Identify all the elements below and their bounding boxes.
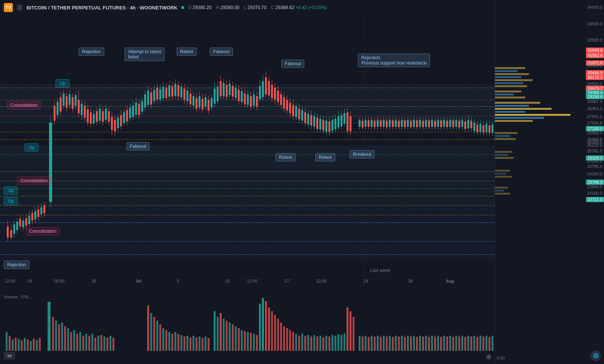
svg-rect-448 — [334, 336, 336, 351]
x-label-aug: Aug — [446, 279, 454, 283]
svg-rect-497 — [485, 336, 487, 351]
svg-rect-406 — [205, 336, 206, 351]
annotation-up1: Up — [55, 79, 69, 88]
svg-rect-399 — [183, 336, 185, 351]
svg-rect-385 — [109, 336, 111, 351]
annotation-up2: Up — [25, 143, 39, 152]
x-label-1200: 12:00 — [5, 279, 15, 283]
price-33500: 33500.0 — [587, 22, 602, 26]
svg-rect-481 — [437, 336, 439, 351]
svg-rect-424 — [262, 298, 264, 351]
annotation-up4: Up — [4, 197, 18, 205]
svg-rect-405 — [202, 338, 203, 351]
svg-rect-487 — [455, 336, 457, 351]
svg-rect-384 — [106, 338, 108, 351]
svg-rect-403 — [196, 338, 197, 351]
svg-rect-523 — [495, 193, 510, 195]
price-23100: 23100.0 — [587, 191, 602, 195]
svg-rect-469 — [401, 336, 403, 351]
svg-rect-433 — [289, 330, 291, 351]
x-label-0800: 08:00 — [54, 279, 65, 283]
svg-rect-417 — [241, 330, 243, 351]
svg-rect-443 — [319, 336, 321, 351]
svg-rect-355 — [12, 339, 14, 351]
svg-rect-475 — [419, 336, 421, 351]
svg-rect-437 — [301, 334, 303, 351]
chart-container[interactable]: Up Rejection Attempt to retestfailed Ret… — [0, 0, 495, 364]
price-26900: 26900.0 — [587, 131, 602, 135]
svg-rect-508 — [495, 120, 533, 122]
zoom-controls[interactable]: ⊕ — [486, 353, 492, 361]
svg-rect-524 — [495, 67, 525, 69]
svg-rect-369 — [61, 323, 63, 351]
chart-area[interactable]: Up Rejection Attempt to retestfailed Ret… — [0, 15, 495, 287]
close-label: C — [271, 5, 274, 10]
svg-rect-502 — [495, 102, 540, 104]
svg-rect-477 — [425, 336, 427, 351]
svg-rect-478 — [428, 337, 430, 351]
svg-rect-505 — [495, 111, 525, 113]
svg-rect-488 — [458, 336, 460, 351]
svg-rect-359 — [24, 338, 26, 351]
open-label: O — [188, 5, 191, 10]
svg-rect-447 — [331, 335, 333, 351]
annotation-fakeout2: Fakeout — [126, 142, 149, 151]
annotation-retest2: Retest — [276, 153, 296, 161]
x-label-jul: Jul — [136, 279, 142, 283]
svg-rect-426 — [268, 307, 270, 351]
svg-rect-464 — [386, 336, 388, 351]
svg-rect-366 — [52, 317, 54, 351]
svg-rect-435 — [295, 334, 297, 351]
annotation-fakeout3: Fakeout — [281, 60, 304, 68]
svg-rect-503 — [495, 105, 529, 107]
svg-rect-382 — [100, 335, 102, 351]
svg-rect-356 — [15, 338, 17, 351]
svg-rect-457 — [365, 336, 367, 351]
price-28887: 28887.9 — [587, 99, 602, 104]
svg-rect-436 — [298, 336, 300, 351]
svg-rect-397 — [177, 334, 179, 351]
svg-rect-401 — [190, 338, 191, 351]
price-26125: 26125.0 — [587, 143, 602, 147]
price-24300: 24300.0 — [587, 172, 602, 176]
svg-rect-364 — [39, 338, 41, 351]
svg-rect-504 — [495, 108, 552, 110]
x-label-26: 26 — [92, 279, 96, 283]
svg-rect-358 — [21, 340, 23, 351]
version-badge: 2 — [17, 5, 23, 11]
svg-rect-471 — [407, 336, 409, 351]
annotation-consolidation2: Consolidation — [17, 177, 51, 185]
svg-rect-511 — [495, 97, 525, 98]
svg-rect-495 — [479, 336, 481, 351]
x-axis: 12:00 19 08:00 26 Jul 5 10 12:00 17 12:0… — [0, 275, 495, 287]
svg-rect-486 — [452, 337, 454, 351]
svg-rect-521 — [495, 187, 508, 189]
svg-rect-454 — [353, 317, 354, 351]
svg-rect-458 — [368, 337, 370, 351]
svg-rect-16 — [0, 177, 495, 211]
svg-rect-449 — [337, 334, 339, 351]
chart-title: BITCOIN / TETHER PERPETUAL FUTURES · 4h … — [26, 5, 177, 11]
svg-rect-514 — [495, 138, 516, 140]
svg-rect-517 — [495, 157, 514, 159]
svg-rect-420 — [250, 333, 252, 351]
svg-rect-368 — [58, 324, 60, 351]
annotation-rejection1: Rejection — [79, 48, 104, 56]
svg-rect-494 — [476, 337, 478, 351]
price-25781: 25781.5 — [587, 149, 602, 153]
price-34500: 34500.0 — [587, 5, 602, 9]
svg-rect-451 — [344, 333, 345, 351]
volume-icon[interactable]: 🌐 — [590, 350, 601, 361]
svg-rect-452 — [347, 307, 348, 351]
svg-rect-496 — [482, 336, 484, 351]
x-label-10: 10 — [225, 279, 230, 283]
tradingview-logo: TV — [4, 3, 13, 12]
price-22721: 22721.0 — [586, 197, 604, 202]
svg-rect-444 — [322, 337, 324, 351]
svg-rect-407 — [208, 338, 210, 351]
svg-rect-402 — [193, 336, 194, 351]
svg-rect-479 — [431, 336, 433, 351]
x-label-5: 5 — [177, 279, 179, 283]
svg-rect-525 — [495, 70, 518, 72]
svg-rect-450 — [341, 335, 342, 351]
